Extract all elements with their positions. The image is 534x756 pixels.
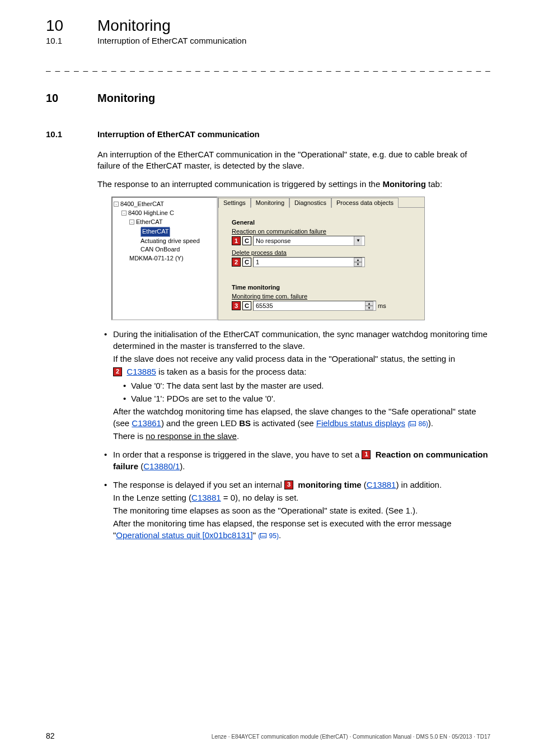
- page-ref-86-num: 86: [419, 420, 426, 428]
- group-time-title: Time monitoring: [232, 284, 415, 291]
- subsection-title: Interruption of EtherCAT communication: [97, 129, 260, 139]
- section-title: Monitoring: [97, 92, 155, 105]
- b1-p4d: ).: [428, 418, 433, 428]
- bullet-1: During the initialisation of the EtherCA…: [97, 328, 490, 442]
- tab-process-data: Process data objects: [331, 198, 399, 208]
- b1-p5-underline: no response in the slave: [146, 431, 237, 441]
- book-icon: [260, 533, 266, 538]
- label-monitoring-time: Monitoring time com. failure: [232, 293, 415, 300]
- callout-2: 2: [232, 258, 241, 267]
- bullet-3: The response is delayed if you set an in…: [97, 479, 490, 541]
- spin-up-icon: ▲: [365, 301, 373, 306]
- divider-dashes: _ _ _ _ _ _ _ _ _ _ _ _ _ _ _ _ _ _ _ _ …: [46, 62, 490, 72]
- c-marker: C: [242, 258, 251, 267]
- link-op-status-quit[interactable]: Operational status quit [0x01bc8131]: [116, 530, 252, 540]
- group-general-title: General: [232, 219, 415, 226]
- tab-settings: Settings: [218, 198, 251, 208]
- b2-p1b: (: [138, 461, 143, 471]
- tree-node-motor: MDKMA-071-12 (Y): [129, 254, 184, 263]
- tree-node-ethercat-group: EtherCAT: [136, 218, 162, 227]
- b1-sub2: Value '1': PDOs are set to the value '0'…: [123, 393, 490, 404]
- tree-node-actuating: Actuating drive speed: [140, 237, 200, 246]
- dropdown-reaction-value: No response: [256, 237, 291, 244]
- tree-node-root: 8400_EtherCAT: [120, 200, 164, 209]
- b1-p5a: There is: [113, 431, 146, 441]
- running-section-num: 10.1: [46, 36, 97, 45]
- callout-3: 3: [232, 301, 241, 310]
- intro-p2-c: tab:: [426, 179, 442, 189]
- running-chapter-title: Monitoring: [97, 17, 171, 35]
- footer-text: Lenze · E84AYCET communication module (E…: [212, 734, 490, 740]
- b1-p3: is taken as a basis for the process data…: [156, 367, 306, 376]
- settings-figure: -8400_EtherCAT -8400 HighLine C -EtherCA…: [111, 197, 425, 320]
- intro-para-1: An interruption of the EtherCAT communic…: [97, 149, 490, 172]
- spin-down-icon: ▼: [354, 262, 362, 267]
- callout-2-inline: 2: [113, 367, 122, 376]
- b3-p4b: ": [253, 530, 259, 540]
- b3-p4c: .: [279, 530, 281, 540]
- b3-p3: The monitoring time elapses as soon as t…: [113, 505, 490, 516]
- tree-node-can: CAN OnBoard: [140, 245, 180, 254]
- unit-ms: ms: [378, 302, 386, 309]
- b1-sub1: Value '0': The data sent last by the mas…: [123, 380, 490, 391]
- project-tree: -8400_EtherCAT -8400 HighLine C -EtherCA…: [111, 197, 218, 320]
- section-num: 10: [46, 92, 97, 105]
- link-c13880-1[interactable]: C13880/1: [143, 461, 180, 471]
- b3-p1c: ) in addition.: [396, 480, 442, 489]
- b3-p1b: (: [362, 480, 367, 489]
- c-marker: C: [242, 301, 251, 310]
- tab-monitoring: Monitoring: [251, 198, 289, 208]
- callout-1: 1: [232, 236, 241, 245]
- spin-down-icon: ▼: [365, 306, 373, 310]
- book-icon: [410, 421, 416, 426]
- tab-diagnostics: Diagnostics: [289, 198, 331, 208]
- settings-panel: Settings Monitoring Diagnostics Process …: [218, 197, 425, 320]
- spinner-delete-value: 1: [256, 259, 354, 265]
- callout-1-inline: 1: [362, 450, 371, 459]
- b3-p2a: In the Lenze setting (: [113, 493, 191, 502]
- dropdown-reaction: No response ▼: [253, 236, 365, 246]
- b1-p2: If the slave does not receive any valid …: [113, 353, 490, 365]
- tree-node-ethercat-selected: EtherCAT: [140, 227, 170, 237]
- page-ref-95[interactable]: ( 95): [258, 532, 279, 540]
- spinner-delete: 1 ▲▼: [253, 257, 365, 267]
- bullet-2: In order that a response is triggered in…: [97, 449, 490, 472]
- chevron-down-icon: ▼: [354, 236, 362, 245]
- tree-node-device: 8400 HighLine C: [128, 209, 174, 218]
- b3-p2b: = 0), no delay is set.: [221, 493, 299, 502]
- spinner-monitoring-time-value: 65535: [256, 302, 365, 309]
- b2-p1a: In order that a response is triggered in…: [113, 450, 362, 459]
- spinner-monitoring-time: 65535 ▲▼: [253, 301, 376, 311]
- tree-collapse-icon: -: [114, 202, 119, 207]
- link-c13861[interactable]: C13861: [132, 418, 161, 428]
- link-c13881-b[interactable]: C13881: [191, 493, 221, 502]
- intro-p2-a: The response to an interrupted communica…: [97, 179, 382, 189]
- page-footer: 82 Lenze · E84AYCET communication module…: [46, 731, 490, 740]
- intro-p2-bold: Monitoring: [382, 179, 425, 189]
- link-c13885[interactable]: C13885: [127, 367, 156, 376]
- b1-p1: During the initialisation of the EtherCA…: [113, 329, 488, 351]
- page-ref-86[interactable]: ( 86): [407, 420, 428, 428]
- running-chapter-num: 10: [46, 17, 97, 35]
- b1-p4c: is activated (see: [251, 418, 316, 428]
- b1-p5b: .: [237, 431, 239, 441]
- b2-p1c: ).: [180, 461, 185, 471]
- running-section-title: Interruption of EtherCAT communication: [97, 36, 246, 45]
- c-marker: C: [242, 236, 251, 245]
- page-ref-95-num: 95: [269, 532, 277, 540]
- intro-para-2: The response to an interrupted communica…: [97, 179, 490, 190]
- tree-collapse-icon: -: [121, 211, 127, 216]
- b3-p1-bold: monitoring time: [298, 480, 361, 489]
- subsection-num: 10.1: [46, 129, 97, 139]
- b3-p1a: The response is delayed if you set an in…: [113, 480, 284, 489]
- spin-up-icon: ▲: [354, 258, 362, 262]
- callout-3-inline: 3: [284, 480, 293, 489]
- link-fieldbus-status[interactable]: Fieldbus status displays: [316, 418, 405, 428]
- tree-collapse-icon: -: [129, 220, 134, 225]
- link-c13881-a[interactable]: C13881: [367, 480, 396, 489]
- page-number: 82: [46, 731, 55, 740]
- label-reaction: Reaction on communication failure: [232, 228, 415, 235]
- b1-p4b: ) and the green LED: [161, 418, 239, 428]
- label-delete-process-data: Delete process data: [232, 249, 415, 256]
- b1-p4-bold: BS: [239, 418, 251, 428]
